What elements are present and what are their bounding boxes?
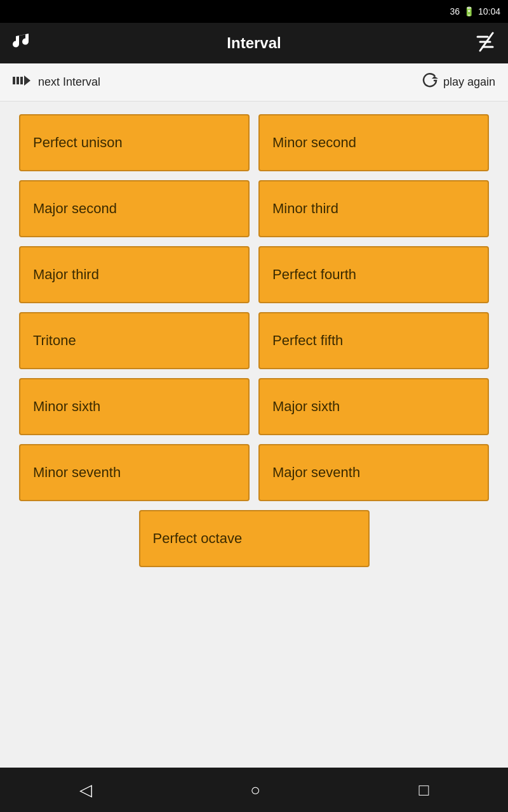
interval-btn-perfect-octave[interactable]: Perfect octave [139,510,370,567]
next-interval-label: next Interval [38,75,100,89]
play-again-button[interactable]: play again [422,72,495,92]
music-note-icon [10,30,33,57]
recents-button[interactable]: □ [419,780,429,800]
main-content: Perfect unison Minor second Major second… [0,102,508,768]
interval-btn-minor-seventh[interactable]: Minor seventh [19,444,250,501]
next-interval-icon [13,74,32,90]
app-bar: Interval [0,23,508,63]
refresh-icon [422,72,438,92]
svg-rect-6 [20,77,23,84]
slash-filter-icon[interactable] [475,30,498,56]
next-interval-button[interactable]: next Interval [13,74,100,90]
bottom-nav: ◁ ○ □ [0,768,508,812]
interval-btn-major-seventh[interactable]: Major seventh [258,444,489,501]
signal-indicator: 36 [450,6,460,16]
interval-btn-major-third[interactable]: Major third [19,246,250,303]
interval-btn-minor-third[interactable]: Minor third [258,180,489,237]
play-again-label: play again [443,75,495,89]
back-button[interactable]: ◁ [79,780,92,800]
page-title: Interval [227,34,281,52]
status-bar-icons: 36 🔋 10:04 [450,6,500,16]
svg-marker-7 [24,75,30,86]
interval-btn-major-sixth[interactable]: Major sixth [258,378,489,435]
svg-rect-4 [13,77,15,84]
interval-btn-perfect-fifth[interactable]: Perfect fifth [258,312,489,369]
interval-btn-minor-second[interactable]: Minor second [258,114,489,171]
app-bar-left [10,30,33,57]
app-bar-right[interactable] [475,30,498,56]
interval-grid: Perfect unison Minor second Major second… [19,114,489,501]
interval-btn-major-second[interactable]: Major second [19,180,250,237]
status-bar: 36 🔋 10:04 [0,0,508,23]
interval-btn-tritone[interactable]: Tritone [19,312,250,369]
interval-btn-perfect-fourth[interactable]: Perfect fourth [258,246,489,303]
interval-btn-minor-sixth[interactable]: Minor sixth [19,378,250,435]
svg-rect-5 [17,77,19,84]
center-btn-wrapper: Perfect octave [19,510,489,567]
interval-btn-perfect-unison[interactable]: Perfect unison [19,114,250,171]
battery-icon: 🔋 [464,6,474,16]
home-button[interactable]: ○ [250,780,260,800]
action-bar: next Interval play again [0,63,508,102]
time-display: 10:04 [478,6,500,16]
